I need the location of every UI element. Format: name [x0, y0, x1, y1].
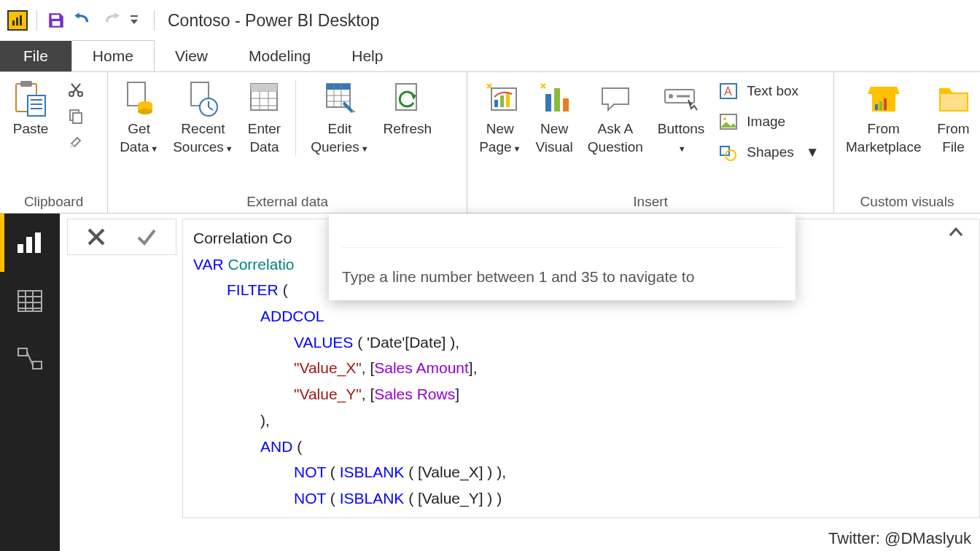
- group-clipboard: Paste Clipboard: [0, 72, 108, 213]
- twitter-credit: Twitter: @DMaslyuk: [828, 529, 971, 548]
- group-label-clipboard: Clipboard: [7, 194, 100, 210]
- goto-line-popup: Type a line number between 1 and 35 to n…: [329, 214, 796, 300]
- svg-rect-6: [20, 81, 32, 87]
- group-custom-visuals: From Marketplace From File Custom visual…: [834, 72, 980, 213]
- group-label-external: External data: [115, 194, 459, 210]
- svg-line-13: [73, 84, 80, 93]
- svg-rect-0: [12, 20, 15, 26]
- nav-report-view[interactable]: [0, 214, 60, 272]
- get-data-button[interactable]: Get Data▼: [115, 77, 163, 159]
- svg-rect-33: [327, 84, 350, 90]
- svg-rect-42: [506, 93, 510, 107]
- svg-rect-70: [33, 362, 42, 369]
- app-icon: [7, 10, 28, 31]
- ask-question-button[interactable]: Ask A Question: [583, 77, 648, 167]
- svg-rect-4: [131, 15, 138, 17]
- svg-rect-1: [16, 17, 18, 26]
- svg-rect-31: [251, 84, 277, 91]
- svg-rect-45: [563, 98, 569, 112]
- svg-rect-57: [879, 101, 882, 110]
- image-button[interactable]: Image: [718, 107, 819, 136]
- goto-line-input[interactable]: [342, 221, 782, 248]
- new-visual-button[interactable]: New Visual: [531, 77, 577, 167]
- tab-file[interactable]: File: [0, 41, 71, 71]
- edit-queries-button[interactable]: Edit Queries▼: [306, 77, 373, 159]
- from-file-button[interactable]: From File: [932, 77, 976, 159]
- cut-button[interactable]: [66, 79, 86, 100]
- svg-point-52: [723, 117, 726, 120]
- shapes-button[interactable]: Shapes▼: [718, 138, 819, 167]
- recent-sources-button[interactable]: Recent Sources▼: [168, 77, 238, 159]
- window-title: Contoso - Power BI Desktop: [168, 11, 379, 31]
- nav-model-view[interactable]: [0, 330, 60, 388]
- svg-rect-40: [494, 100, 498, 107]
- svg-rect-7: [28, 95, 45, 116]
- group-insert: New Page▼ New Visual Ask A Question Butt…: [467, 72, 834, 213]
- buttons-button[interactable]: Buttons▼: [653, 77, 709, 167]
- paste-label: Paste: [13, 120, 49, 138]
- cancel-formula-icon[interactable]: [86, 227, 106, 247]
- format-painter-button[interactable]: [66, 132, 86, 152]
- enter-data-button[interactable]: Enter Data: [244, 77, 285, 159]
- goto-line-hint: Type a line number between 1 and 35 to n…: [342, 248, 782, 290]
- paste-button[interactable]: Paste: [7, 77, 54, 152]
- formula-actions: [67, 219, 176, 255]
- tab-help[interactable]: Help: [331, 41, 403, 71]
- text-box-button[interactable]: A Text box: [718, 77, 819, 106]
- formula-bar-region: Correlation Co VAR Correlatio FILTER ( A…: [67, 219, 980, 518]
- group-label-custom: Custom visuals: [841, 194, 973, 210]
- svg-rect-62: [35, 232, 41, 253]
- svg-rect-59: [941, 94, 967, 110]
- svg-text:A: A: [724, 85, 732, 98]
- qat-dropdown[interactable]: [131, 15, 141, 26]
- redo-button[interactable]: [98, 9, 125, 32]
- svg-rect-69: [18, 348, 27, 356]
- collapse-icon[interactable]: [949, 227, 963, 237]
- svg-point-20: [138, 109, 152, 114]
- dax-editor[interactable]: Correlation Co VAR Correlatio FILTER ( A…: [182, 219, 980, 518]
- svg-rect-16: [73, 113, 82, 123]
- svg-line-71: [27, 352, 33, 365]
- svg-rect-41: [500, 95, 504, 107]
- undo-button[interactable]: [69, 9, 96, 32]
- tab-home[interactable]: Home: [71, 40, 155, 71]
- ribbon: Paste Clipboard Get Data▼ Recent Sources…: [0, 71, 980, 214]
- save-button[interactable]: [46, 12, 66, 29]
- separator: [36, 10, 37, 31]
- svg-rect-60: [18, 244, 23, 253]
- separator: [154, 10, 155, 31]
- tab-modeling[interactable]: Modeling: [228, 41, 331, 71]
- from-marketplace-button[interactable]: From Marketplace: [841, 77, 926, 159]
- left-nav: [0, 214, 60, 551]
- copy-button[interactable]: [66, 106, 86, 126]
- refresh-button[interactable]: Refresh: [379, 77, 437, 159]
- ribbon-tabs: File Home View Modeling Help: [0, 41, 980, 71]
- svg-rect-44: [554, 88, 560, 112]
- group-label-insert: Insert: [475, 194, 826, 210]
- group-external-data: Get Data▼ Recent Sources▼ Enter Data Edi…: [108, 72, 467, 213]
- nav-data-view[interactable]: [0, 272, 60, 330]
- svg-rect-56: [875, 104, 878, 110]
- tab-view[interactable]: View: [155, 41, 228, 71]
- svg-rect-58: [884, 98, 887, 110]
- svg-point-47: [669, 94, 673, 98]
- new-page-button[interactable]: New Page▼: [475, 77, 525, 167]
- svg-rect-2: [20, 15, 22, 26]
- commit-formula-icon[interactable]: [136, 227, 158, 246]
- svg-rect-61: [26, 237, 32, 253]
- svg-rect-43: [545, 94, 551, 112]
- svg-rect-3: [57, 15, 58, 17]
- svg-line-14: [71, 84, 79, 93]
- title-bar: Contoso - Power BI Desktop: [0, 0, 980, 41]
